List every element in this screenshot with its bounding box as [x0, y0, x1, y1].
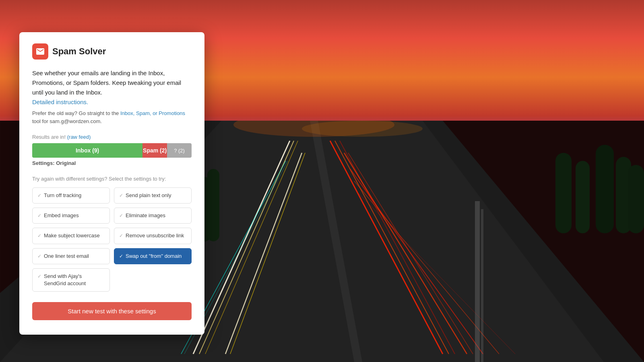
check-icon-sendgrid: ✓ — [37, 273, 41, 280]
try-again-label: Try again with different settings? Selec… — [32, 176, 192, 182]
check-icon-unsubscribe: ✓ — [119, 232, 123, 239]
check-icon-tracking: ✓ — [37, 192, 41, 199]
svg-rect-19 — [475, 201, 480, 362]
results-label: Results are in! (raw feed) — [32, 134, 192, 140]
check-icon-embed-images: ✓ — [37, 212, 41, 219]
remove-unsubscribe-link-btn[interactable]: ✓ Remove unsubscribe link — [114, 228, 192, 244]
send-plain-text-btn[interactable]: ✓ Send plain text only — [114, 187, 192, 204]
detailed-instructions-link[interactable]: Detailed instructions. — [32, 99, 88, 105]
inbox-spam-promotions-link[interactable]: Inbox, Spam, or Promotions — [120, 110, 185, 116]
current-settings-label: Settings: Original — [32, 160, 192, 166]
svg-rect-25 — [628, 165, 644, 233]
svg-rect-23 — [596, 145, 614, 233]
check-icon-one-liner: ✓ — [37, 253, 41, 260]
swap-out-from-domain-btn[interactable]: ✓ Swap out "from" domain — [114, 248, 192, 264]
main-panel: Spam Solver See whether your emails are … — [19, 32, 204, 335]
start-new-test-button[interactable]: Start new test with these settings — [32, 302, 192, 320]
app-title: Spam Solver — [52, 46, 106, 57]
eliminate-images-btn[interactable]: ✓ Eliminate images — [114, 208, 192, 224]
check-icon-swap-domain: ✓ — [119, 253, 123, 260]
check-icon-plain-text: ✓ — [119, 192, 123, 199]
svg-rect-21 — [555, 153, 572, 233]
check-icon-eliminate-images: ✓ — [119, 212, 123, 219]
raw-feed-link[interactable]: (raw feed) — [67, 134, 91, 140]
app-logo — [32, 43, 48, 60]
svg-point-29 — [302, 121, 423, 137]
results-bar: Inbox (9) Spam (2) ? (2) — [32, 143, 192, 158]
logo-icon — [35, 47, 45, 56]
check-icon-lowercase: ✓ — [37, 232, 41, 239]
app-header: Spam Solver — [32, 43, 192, 60]
inbox-bar[interactable]: Inbox (9) — [32, 143, 142, 158]
app-description: See whether your emails are landing in t… — [32, 68, 192, 107]
embed-images-btn[interactable]: ✓ Embed images — [32, 208, 110, 224]
turn-off-tracking-btn[interactable]: ✓ Turn off tracking — [32, 187, 110, 204]
old-way-text: Prefer the old way? Go straight to the I… — [32, 109, 192, 125]
spam-bar[interactable]: Spam (2) — [142, 143, 167, 158]
send-with-ajays-sendgrid-btn[interactable]: ✓ Send with Ajay's SendGrid account — [32, 268, 110, 292]
make-subject-lowercase-btn[interactable]: ✓ Make subject lowercase — [32, 228, 110, 244]
svg-rect-27 — [207, 169, 219, 241]
one-liner-test-email-btn[interactable]: ✓ One liner test email — [32, 248, 110, 264]
unknown-bar[interactable]: ? (2) — [167, 143, 192, 158]
svg-rect-20 — [481, 209, 483, 362]
svg-rect-22 — [576, 161, 590, 233]
settings-grid: ✓ Turn off tracking ✓ Send plain text on… — [32, 187, 192, 292]
